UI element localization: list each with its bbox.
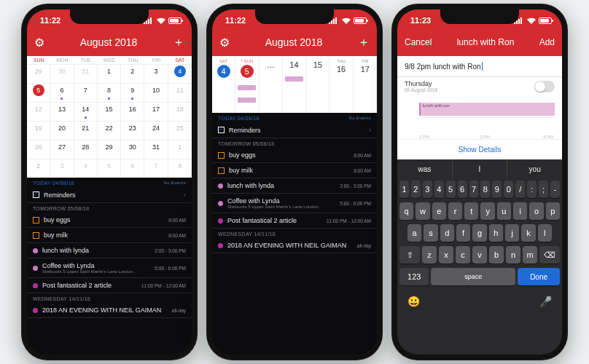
- key-num[interactable]: 6: [458, 181, 467, 198]
- header-title[interactable]: August 2018: [80, 36, 138, 48]
- agenda-item[interactable]: buy eggs8:00 AM: [212, 148, 377, 163]
- week-day-cell[interactable]: 14...: [283, 56, 306, 113]
- nlp-input[interactable]: 9/8 2pm lunch with Ron: [397, 56, 562, 77]
- key[interactable]: f: [456, 224, 470, 242]
- calendar-cell[interactable]: 18: [168, 102, 192, 121]
- agenda-item[interactable]: Reminders›: [212, 122, 377, 138]
- key[interactable]: j: [505, 224, 519, 242]
- calendar-cell[interactable]: 23: [121, 121, 144, 140]
- calendar-cell[interactable]: 21: [74, 121, 98, 140]
- key-done[interactable]: Done: [518, 268, 560, 285]
- key[interactable]: s: [424, 224, 437, 242]
- key[interactable]: y: [480, 202, 494, 220]
- calendar-cell[interactable]: 28: [74, 140, 98, 159]
- key[interactable]: o: [529, 202, 543, 220]
- calendar-cell[interactable]: 27: [50, 140, 74, 159]
- week-day-cell[interactable]: FRI17: [354, 56, 377, 113]
- calendar-cell[interactable]: 15: [98, 102, 121, 121]
- key[interactable]: c: [456, 246, 470, 264]
- key[interactable]: n: [506, 246, 520, 264]
- calendar-cell[interactable]: 22: [98, 121, 121, 140]
- emoji-button[interactable]: 😀: [407, 296, 420, 307]
- key-space[interactable]: space: [431, 268, 515, 285]
- calendar-cell[interactable]: 31: [74, 64, 98, 83]
- key-num[interactable]: 9: [492, 181, 502, 198]
- key[interactable]: g: [472, 224, 486, 242]
- add-event-button[interactable]: ＋: [173, 35, 184, 50]
- key[interactable]: e: [432, 202, 446, 220]
- week-day-cell[interactable]: …: [260, 56, 283, 113]
- calendar-cell[interactable]: 17: [144, 102, 168, 121]
- calendar-cell[interactable]: 6: [121, 159, 144, 178]
- key[interactable]: m: [523, 246, 537, 264]
- agenda-item[interactable]: lunch with lynda2:00 - 3:00 PM: [27, 243, 192, 258]
- key-num[interactable]: ;: [539, 181, 548, 198]
- calendar-cell[interactable]: 4: [168, 64, 192, 83]
- key[interactable]: i: [513, 202, 527, 220]
- key[interactable]: a: [407, 224, 421, 242]
- calendar-cell[interactable]: 29: [98, 140, 121, 159]
- key[interactable]: z: [422, 246, 437, 264]
- settings-button[interactable]: ⚙: [219, 36, 230, 50]
- checkbox-icon[interactable]: [218, 167, 225, 174]
- suggestion[interactable]: you: [507, 159, 562, 178]
- calendar-cell[interactable]: 2: [121, 64, 144, 83]
- calendar-cell[interactable]: 5: [98, 159, 121, 178]
- agenda-item[interactable]: buy milk8:00 AM: [27, 228, 192, 243]
- key[interactable]: l: [538, 224, 552, 242]
- cancel-button[interactable]: Cancel: [405, 37, 432, 47]
- key-mode[interactable]: 123: [399, 268, 429, 285]
- mic-button[interactable]: 🎤: [539, 296, 552, 307]
- week-day-cell[interactable]: * SUN5: [235, 56, 259, 113]
- key-shift[interactable]: ⇧: [399, 246, 420, 264]
- calendar-cell[interactable]: 19: [27, 121, 50, 140]
- calendar-cell[interactable]: 12: [27, 102, 50, 121]
- week-strip[interactable]: SAT4* SUN5…14...15THU16FRI17: [212, 56, 377, 113]
- agenda-list[interactable]: TODAY 04/08/18No EventsReminders›TOMORRO…: [27, 178, 192, 355]
- key-num[interactable]: 2: [411, 181, 421, 198]
- agenda-list[interactable]: TODAY 04/08/18No EventsReminders›TOMORRO…: [212, 113, 377, 355]
- key-backspace[interactable]: ⌫: [539, 246, 560, 264]
- week-day-cell[interactable]: THU16: [329, 56, 353, 113]
- add-event-button[interactable]: ＋: [358, 35, 370, 50]
- suggestion[interactable]: was: [397, 159, 453, 178]
- key[interactable]: k: [521, 224, 535, 242]
- agenda-item[interactable]: 2018 AN EVENING WITH NEIL GAIMANall-day: [27, 303, 192, 318]
- key-num[interactable]: 5: [446, 181, 456, 198]
- key-num[interactable]: :: [527, 181, 537, 198]
- calendar-cell[interactable]: 2: [27, 159, 50, 178]
- calendar-cell[interactable]: 8: [168, 159, 192, 178]
- key[interactable]: v: [472, 246, 487, 264]
- calendar-cell[interactable]: 1: [168, 140, 192, 159]
- calendar-cell[interactable]: 7: [74, 83, 98, 102]
- agenda-item[interactable]: buy milk8:00 AM: [212, 163, 377, 178]
- calendar-cell[interactable]: 3: [50, 159, 74, 178]
- key-num[interactable]: 3: [423, 181, 432, 198]
- settings-button[interactable]: ⚙: [34, 36, 44, 50]
- agenda-item[interactable]: Reminders›: [27, 187, 192, 203]
- event-block[interactable]: lunch with ron: [419, 103, 555, 116]
- calendar-cell[interactable]: 26: [27, 140, 50, 159]
- calendar-cell[interactable]: 6: [50, 83, 74, 102]
- calendar-cell[interactable]: 30: [50, 64, 74, 83]
- week-day-cell[interactable]: 15: [306, 56, 329, 113]
- suggestion[interactable]: I: [453, 159, 508, 178]
- calendar-cell[interactable]: 1: [98, 64, 121, 83]
- key-num[interactable]: 1: [399, 181, 409, 198]
- calendar-cell[interactable]: 10: [144, 83, 168, 102]
- agenda-item[interactable]: Post fantastical 2 article11:00 PM - 12:…: [212, 213, 377, 229]
- key-num[interactable]: 8: [480, 181, 490, 198]
- key-num[interactable]: /: [515, 181, 525, 198]
- header-title[interactable]: August 2018: [265, 36, 323, 48]
- checkbox-icon[interactable]: [218, 152, 225, 159]
- timeline[interactable]: lunch with ron 2 PM 3 PM 4 PM: [403, 95, 556, 139]
- calendar-cell[interactable]: 14: [74, 102, 98, 121]
- key[interactable]: r: [448, 202, 462, 220]
- show-details-button[interactable]: Show Details: [397, 140, 562, 159]
- key[interactable]: h: [489, 224, 503, 242]
- calendar-cell[interactable]: 24: [144, 121, 168, 140]
- agenda-item[interactable]: Coffee with LyndaStarbucks 5 Upper Saint…: [212, 194, 377, 213]
- add-button[interactable]: Add: [539, 37, 555, 47]
- key[interactable]: u: [497, 202, 511, 220]
- key[interactable]: d: [440, 224, 454, 242]
